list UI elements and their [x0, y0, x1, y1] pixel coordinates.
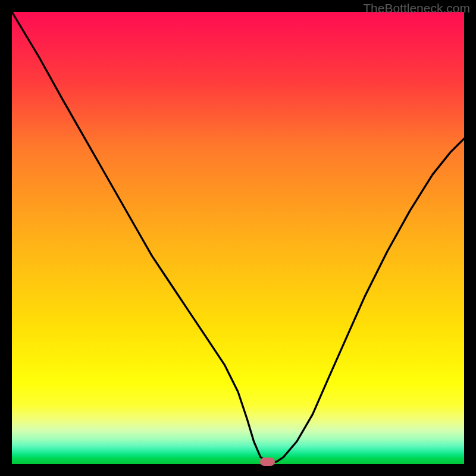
plot-area — [12, 12, 464, 464]
bottleneck-curve — [12, 12, 464, 464]
minimum-marker — [260, 458, 275, 466]
watermark-text: TheBottleneck.com — [363, 1, 470, 15]
frame: TheBottleneck.com — [0, 0, 476, 476]
curve-path — [12, 12, 464, 462]
